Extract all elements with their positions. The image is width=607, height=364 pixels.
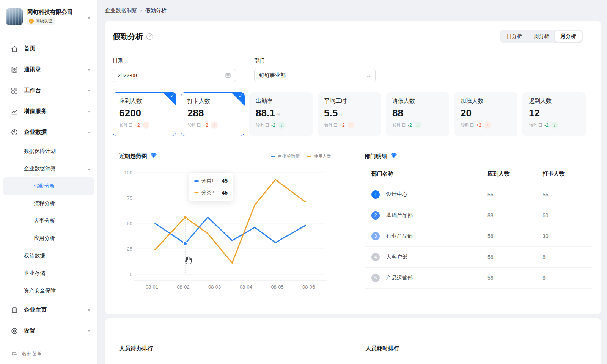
workbench-icon [11, 87, 18, 94]
org-switcher[interactable]: 网钉科技有限公司 ✓ 高级认证 ▾ [0, 0, 97, 29]
sidebar-item-enterprise-data[interactable]: 企业数据 ▴ [0, 122, 97, 143]
breadcrumb-parent[interactable]: 企业数据洞察 [105, 7, 137, 14]
stat-cards: ✓ 应到人数 6200 较昨日+2↑ ✓ 打卡人数 288 较昨日+2↑ 出勤率… [105, 82, 601, 136]
sidebar-item-data-insight[interactable]: 企业数据洞察 ▴ [0, 160, 97, 177]
stat-compare: 较昨日 [256, 122, 269, 129]
legend-label: 审批单数量 [278, 154, 300, 159]
checked-count: 30 [543, 233, 592, 239]
department-value: 钉钉事业部 [259, 72, 286, 79]
department-select[interactable]: 钉钉事业部 ⌄ [254, 69, 376, 82]
svg-text:08-03: 08-03 [208, 284, 221, 290]
stat-card-attendance-rate[interactable]: 出勤率 88.1% 较昨日-2↓ [249, 92, 313, 136]
stat-card-checked-in[interactable]: ✓ 打卡人数 288 较昨日+2↑ [181, 92, 244, 136]
sidebar-item-label: 增值服务 [24, 108, 47, 115]
legend-item-approvals[interactable]: 审批单数量 [271, 154, 300, 159]
sidebar-item-value-added[interactable]: 增值服务 ▾ [0, 101, 97, 122]
calendar-icon[interactable] [225, 72, 231, 79]
stat-card-avg-hours[interactable]: 平均工时 5.5h 较昨日+2↑ [318, 92, 381, 136]
sidebar: 网钉科技有限公司 ✓ 高级认证 ▾ 首页 通讯录 ▾ 工作台 [0, 0, 98, 364]
legend-item-users[interactable]: 使用人数 [307, 154, 331, 159]
stat-unit: % [277, 112, 281, 118]
stat-label: 应到人数 [119, 97, 170, 105]
sidebar-item-label: 资产安全保障 [24, 287, 56, 294]
sidebar-item-label: 企业主页 [24, 306, 47, 314]
stat-change: +2 [203, 122, 208, 128]
sidebar-item-asset-security[interactable]: 资产安全保障 [0, 282, 97, 300]
arrow-down-icon: ↓ [278, 122, 285, 129]
svg-text:75: 75 [127, 195, 132, 201]
rank-badge: 1 [371, 190, 380, 199]
sidebar-item-enterprise-homepage[interactable]: 企业主页 ▾ [0, 300, 97, 320]
department-name: 设计中心 [386, 191, 407, 198]
sidebar-item-contacts[interactable]: 通讯录 ▾ [0, 59, 97, 80]
sidebar-item-label: 应用分析 [34, 235, 55, 242]
sidebar-item-label: 流程分析 [34, 200, 55, 207]
svg-text:25: 25 [127, 246, 132, 252]
stat-label: 打卡人数 [187, 97, 238, 105]
tab-monthly[interactable]: 月分析 [555, 31, 582, 42]
sidebar-item-workbench[interactable]: 工作台 ▾ [0, 80, 97, 101]
table-row: 1设计中心 56 56 [365, 184, 592, 205]
sidebar-item-hr-analysis[interactable]: 人事分析 [0, 212, 97, 230]
expected-count: 56 [487, 191, 543, 198]
sidebar-item-process-analysis[interactable]: 流程分析 [0, 195, 97, 212]
contacts-icon [11, 66, 18, 74]
stat-change: -2 [271, 122, 275, 128]
sidebar-item-label: 企业存储 [24, 270, 45, 277]
svg-text:08-06: 08-06 [302, 284, 315, 290]
company-name: 网钉科技有限公司 [27, 9, 73, 16]
main-content: 企业数据洞察 › 假勤分析 假勤分析 ? 日分析 周分析 月分析 日期 2022… [98, 0, 607, 364]
trend-chart[interactable]: 025507510008-0108-0208-0308-0408-0508-06… [119, 165, 331, 295]
svg-text:50: 50 [127, 221, 132, 226]
rank-badge: 5 [371, 274, 380, 282]
stat-card-expected[interactable]: ✓ 应到人数 6200 较昨日+2↑ [113, 92, 176, 136]
arrow-up-icon: ↑ [211, 122, 218, 129]
stat-card-on-leave[interactable]: 请假人数 88 较昨日-2↓ [386, 92, 449, 136]
rank-badge: 4 [371, 253, 380, 261]
svg-text:08-04: 08-04 [240, 284, 252, 290]
stat-compare: 较昨日 [324, 122, 338, 129]
sidebar-item-data-protection[interactable]: 数据保障计划 [0, 143, 97, 160]
breadcrumb-current: 假勤分析 [145, 7, 167, 14]
expected-count: 56 [487, 233, 543, 239]
company-logo [6, 8, 23, 25]
department-name: 基础产品部 [386, 212, 413, 219]
breadcrumb-separator-icon: › [140, 8, 142, 13]
date-picker-input[interactable]: 2022-08 [113, 69, 236, 82]
stat-unit: h [339, 112, 342, 118]
sidebar-item-home[interactable]: 首页 [0, 38, 97, 59]
trend-icon [11, 108, 18, 115]
stat-card-late[interactable]: 迟到人数 12 较昨日-2↓ [522, 92, 586, 136]
stat-card-overtime[interactable]: 加班人数 20 较昨日+2↑ [454, 92, 517, 136]
table-row: 2基础产品部 88 60 [365, 205, 592, 226]
column-header-checked: 打卡人数 [543, 170, 592, 177]
legend-dash-icon [307, 156, 311, 157]
arrow-up-icon: ↑ [484, 122, 491, 129]
date-filter-label: 日期 [113, 57, 236, 64]
tab-daily[interactable]: 日分析 [501, 31, 528, 42]
sidebar-item-rights-data[interactable]: 权益数据 [0, 247, 97, 265]
help-icon[interactable]: ? [146, 33, 153, 40]
expected-count: 88 [487, 212, 543, 218]
chevron-down-icon: ▾ [88, 16, 90, 20]
collapse-menu-button[interactable]: 收起菜单 [0, 344, 97, 364]
sidebar-item-enterprise-storage[interactable]: 企业存储 [0, 265, 97, 282]
sidebar-item-attendance-analysis[interactable]: 假勤分析 [3, 177, 94, 195]
sidebar-item-settings[interactable]: 设置 ▾ [0, 320, 97, 341]
arrow-down-icon: ↓ [415, 122, 421, 129]
certification-check-icon: ✓ [29, 19, 34, 24]
tab-weekly[interactable]: 周分析 [528, 31, 555, 42]
sidebar-item-label: 企业数据洞察 [24, 165, 56, 172]
attendance-analysis-card: 假勤分析 ? 日分析 周分析 月分析 日期 2022-08 部 [105, 21, 601, 314]
period-tabs: 日分析 周分析 月分析 [500, 30, 583, 43]
checked-count: 8 [543, 275, 592, 281]
sidebar-item-label: 首页 [24, 45, 35, 52]
svg-text:08-01: 08-01 [146, 284, 158, 290]
selected-corner [163, 92, 176, 106]
stat-value: 88 [392, 107, 403, 119]
stat-label: 出勤率 [256, 97, 306, 105]
department-name: 大客户部 [386, 254, 407, 260]
sidebar-item-app-analysis[interactable]: 应用分析 [0, 230, 97, 247]
sidebar-item-label: 工作台 [24, 87, 41, 94]
chevron-down-icon: ▾ [88, 308, 90, 312]
